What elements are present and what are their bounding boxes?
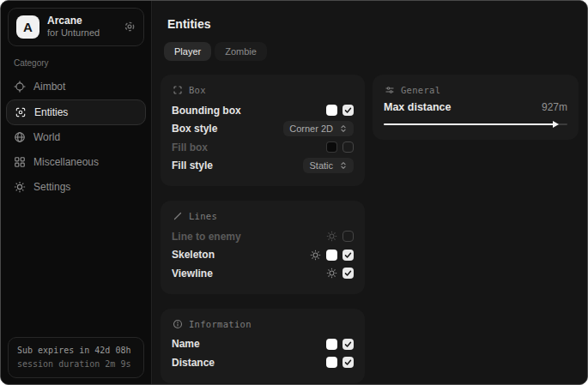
sidebar-item-aimbot[interactable]: Aimbot: [1, 75, 151, 99]
color-swatch[interactable]: [326, 250, 337, 261]
slider-fill: [384, 123, 555, 125]
setting-row-box-style: Box style Corner 2D: [172, 120, 354, 139]
color-swatch[interactable]: [326, 141, 337, 153]
select-value: Corner 2D: [289, 123, 333, 134]
sidebar-item-label: World: [33, 131, 60, 143]
app-logo: A: [16, 15, 39, 39]
setting-row-line-to-enemy: Line to enemy: [172, 227, 354, 246]
gear-icon: [14, 181, 26, 193]
tab-zombie[interactable]: Zombie: [215, 42, 267, 61]
chevrons-up-down-icon: [339, 161, 348, 170]
fill-style-select[interactable]: Static: [303, 158, 354, 173]
sidebar-item-entities[interactable]: Entities: [6, 99, 146, 125]
brand-text: Arcane for Unturned: [47, 15, 100, 39]
setting-label: Distance: [172, 357, 215, 369]
category-label: Category: [14, 58, 151, 68]
entity-tabs: Player Zombie: [164, 42, 587, 61]
bounding-box-icon: [173, 85, 183, 95]
sync-icon[interactable]: [124, 21, 136, 33]
sub-expires-text: Sub expires in 42d 08h: [17, 344, 135, 358]
checkbox-checked[interactable]: [342, 357, 354, 368]
setting-row-name: Name: [172, 335, 354, 354]
setting-label: Max distance: [384, 101, 452, 113]
setting-label: Bounding box: [172, 105, 241, 117]
setting-row-distance: Distance: [172, 353, 354, 372]
setting-row-bounding-box: Bounding box: [172, 101, 354, 120]
app-name: Arcane: [47, 15, 100, 27]
sidebar-item-label: Aimbot: [33, 81, 65, 93]
sliders-icon: [385, 85, 395, 95]
sidebar: A Arcane for Unturned Category: [1, 1, 152, 384]
gear-icon[interactable]: [310, 250, 321, 261]
brand-card: A Arcane for Unturned: [8, 8, 144, 46]
sidebar-item-label: Settings: [33, 181, 70, 193]
color-swatch[interactable]: [326, 339, 337, 350]
checkbox-checked[interactable]: [342, 250, 354, 261]
card-title: Lines: [189, 211, 217, 221]
setting-label: Line to enemy: [172, 231, 241, 243]
checkbox-checked[interactable]: [342, 105, 354, 116]
card-title: General: [401, 85, 440, 95]
line-icon: [173, 211, 183, 221]
slider-thumb-arrow-icon[interactable]: [553, 121, 559, 128]
max-distance-value: 927m: [542, 101, 567, 113]
checkbox-unchecked[interactable]: [342, 231, 354, 242]
box-style-select[interactable]: Corner 2D: [283, 121, 354, 136]
general-card: General Max distance 927m: [373, 75, 579, 140]
setting-label: Fill box: [172, 141, 208, 153]
sidebar-item-world[interactable]: World: [1, 125, 151, 150]
app-subtitle: for Unturned: [47, 27, 100, 39]
checkbox-checked[interactable]: [342, 268, 354, 279]
sidebar-item-label: Entities: [34, 106, 68, 118]
page-title: Entities: [167, 17, 587, 31]
sidebar-item-label: Miscellaneous: [33, 156, 99, 168]
sidebar-item-miscellaneous[interactable]: Miscellaneous: [1, 150, 151, 175]
select-value: Static: [309, 160, 333, 171]
setting-row-fill-box: Fill box: [172, 138, 354, 157]
setting-label: Viewline: [172, 268, 213, 280]
subscription-info-box: Sub expires in 42d 08h session duration …: [8, 337, 144, 378]
box-card: Box Bounding box Box style: [161, 75, 365, 186]
crosshair-icon: [14, 81, 26, 93]
setting-label: Skeleton: [172, 249, 215, 261]
setting-label: Name: [172, 338, 200, 350]
information-card: Information Name Distance: [161, 309, 365, 383]
checkbox-unchecked[interactable]: [342, 141, 354, 153]
setting-row-max-distance: Max distance 927m: [384, 101, 567, 113]
checkbox-checked[interactable]: [342, 339, 354, 350]
setting-row-viewline: Viewline: [172, 264, 354, 283]
max-distance-slider[interactable]: [384, 120, 567, 129]
globe-icon: [14, 131, 26, 143]
info-icon: [173, 319, 183, 329]
main-panel: Entities Player Zombie Box: [153, 1, 587, 384]
setting-row-skeleton: Skeleton: [172, 246, 354, 265]
tab-player[interactable]: Player: [164, 42, 211, 61]
sidebar-nav: Aimbot Entities: [1, 75, 151, 200]
gear-icon[interactable]: [326, 231, 337, 242]
grid-icon: [14, 156, 26, 168]
lines-card: Lines Line to enemy Skeleton: [161, 201, 365, 294]
scan-icon: [15, 106, 27, 118]
card-title: Information: [189, 319, 252, 329]
arcane-window: A Arcane for Unturned Category: [0, 0, 588, 385]
card-title: Box: [189, 85, 206, 95]
color-swatch[interactable]: [326, 105, 337, 116]
gear-icon[interactable]: [326, 268, 337, 279]
chevrons-up-down-icon: [339, 124, 348, 133]
setting-label: Fill style: [172, 159, 213, 171]
sidebar-item-settings[interactable]: Settings: [1, 175, 151, 200]
setting-row-fill-style: Fill style Static: [172, 157, 354, 176]
setting-label: Box style: [172, 123, 217, 135]
color-swatch[interactable]: [326, 357, 337, 368]
session-duration-text: session duration 2m 9s: [17, 358, 135, 371]
